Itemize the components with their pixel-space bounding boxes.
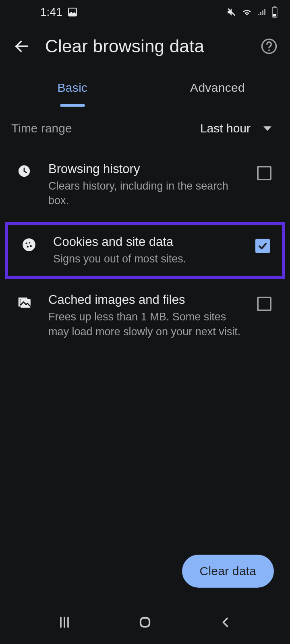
clock-icon <box>0 162 48 178</box>
row-cached-images[interactable]: Cached images and files Frees up less th… <box>0 282 290 349</box>
svg-point-14 <box>27 246 29 247</box>
svg-rect-21 <box>141 617 149 626</box>
svg-rect-4 <box>262 10 263 15</box>
nav-back-button[interactable] <box>209 610 242 634</box>
row-body: Cached images and files Frees up less th… <box>48 293 250 339</box>
row-title: Cookies and site data <box>53 235 242 249</box>
status-time: 1:41 <box>40 6 62 19</box>
row-title: Browsing history <box>48 162 243 176</box>
chevron-left-icon <box>219 615 232 629</box>
checkbox-unchecked[interactable] <box>257 297 271 311</box>
row-subtitle: Signs you out of most sites. <box>53 252 242 266</box>
tab-advanced[interactable]: Advanced <box>145 68 290 107</box>
tab-advanced-label: Advanced <box>190 81 245 95</box>
time-range-row[interactable]: Time range Last hour <box>0 107 290 150</box>
tab-basic-label: Basic <box>58 81 88 95</box>
picture-icon <box>67 7 78 17</box>
status-right <box>226 6 278 18</box>
row-subtitle: Clears history, including in the search … <box>48 179 242 208</box>
checkbox-wrap[interactable] <box>250 162 279 180</box>
checkbox-unchecked[interactable] <box>257 166 271 180</box>
help-icon <box>261 38 278 55</box>
images-icon <box>0 293 48 310</box>
time-range-value: Last hour <box>200 122 251 135</box>
row-cookies-site-data[interactable]: Cookies and site data Signs you out of m… <box>5 222 285 279</box>
home-button[interactable] <box>129 610 161 634</box>
cookie-icon <box>5 235 53 252</box>
check-icon <box>257 240 268 252</box>
row-browsing-history[interactable]: Browsing history Clears history, includi… <box>0 151 290 219</box>
row-body: Cookies and site data Signs you out of m… <box>53 235 248 266</box>
svg-point-11 <box>268 50 270 51</box>
app-bar: Clear browsing data <box>0 24 290 68</box>
recents-icon <box>57 615 72 630</box>
svg-rect-8 <box>273 14 276 17</box>
svg-point-13 <box>25 242 27 244</box>
svg-point-16 <box>29 242 30 243</box>
clear-data-button[interactable]: Clear data <box>182 555 274 588</box>
clear-data-label: Clear data <box>200 564 256 578</box>
home-icon <box>137 615 153 630</box>
help-button[interactable] <box>258 35 280 58</box>
system-nav-bar <box>0 600 290 644</box>
status-bar: 1:41 <box>0 0 290 24</box>
checkbox-checked[interactable] <box>255 239 270 253</box>
time-range-select[interactable]: Last hour <box>200 122 271 135</box>
time-range-label: Time range <box>11 122 72 135</box>
svg-rect-5 <box>264 9 265 15</box>
back-button[interactable] <box>10 34 34 58</box>
wifi-icon <box>241 7 253 17</box>
page-title: Clear browsing data <box>34 36 258 56</box>
recents-button[interactable] <box>48 610 81 634</box>
chevron-down-icon <box>263 126 271 131</box>
row-subtitle: Frees up less than 1 MB. Some sites may … <box>48 310 242 339</box>
status-left: 1:41 <box>40 6 78 19</box>
tabs: Basic Advanced <box>0 68 290 107</box>
mute-icon <box>226 7 237 17</box>
data-type-list: Browsing history Clears history, includi… <box>0 150 290 351</box>
checkbox-wrap[interactable] <box>250 293 279 311</box>
tab-basic[interactable]: Basic <box>0 68 145 107</box>
row-body: Browsing history Clears history, includi… <box>48 162 250 208</box>
checkbox-wrap[interactable] <box>248 235 277 253</box>
svg-rect-3 <box>260 12 261 15</box>
svg-point-15 <box>30 245 32 247</box>
signal-icon <box>257 7 267 17</box>
arrow-left-icon <box>13 38 30 55</box>
svg-rect-2 <box>258 14 259 15</box>
battery-icon <box>271 6 278 18</box>
row-title: Cached images and files <box>48 293 243 307</box>
